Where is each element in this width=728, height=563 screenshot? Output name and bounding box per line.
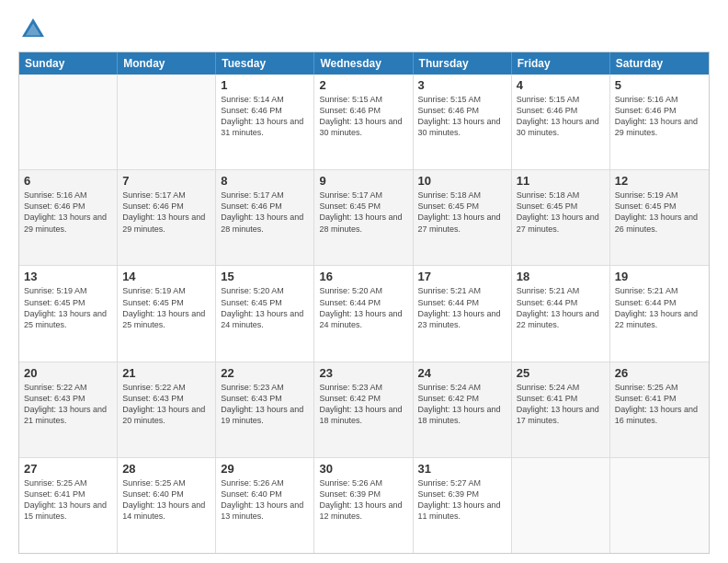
day-info: Sunrise: 5:24 AM Sunset: 6:42 PM Dayligh…	[418, 382, 506, 427]
day-header-sunday: Sunday	[19, 52, 118, 75]
day-info: Sunrise: 5:19 AM Sunset: 6:45 PM Dayligh…	[615, 190, 704, 235]
day-number: 26	[615, 366, 704, 380]
day-number: 27	[24, 462, 112, 476]
day-cell-10: 10Sunrise: 5:18 AM Sunset: 6:45 PM Dayli…	[414, 170, 512, 265]
day-cell-25: 25Sunrise: 5:24 AM Sunset: 6:41 PM Dayli…	[512, 362, 610, 457]
day-info: Sunrise: 5:25 AM Sunset: 6:41 PM Dayligh…	[24, 477, 112, 523]
day-cell-15: 15Sunrise: 5:20 AM Sunset: 6:45 PM Dayli…	[216, 266, 314, 361]
day-info: Sunrise: 5:21 AM Sunset: 6:44 PM Dayligh…	[615, 285, 704, 330]
day-number: 25	[517, 366, 605, 380]
day-number: 9	[319, 174, 407, 188]
day-number: 24	[418, 366, 506, 380]
logo-icon	[18, 15, 48, 44]
week-row-2: 13Sunrise: 5:19 AM Sunset: 6:45 PM Dayli…	[19, 265, 709, 361]
day-header-monday: Monday	[118, 52, 216, 75]
day-cell-18: 18Sunrise: 5:21 AM Sunset: 6:44 PM Dayli…	[512, 266, 610, 361]
empty-cell	[19, 75, 118, 169]
day-info: Sunrise: 5:20 AM Sunset: 6:45 PM Dayligh…	[221, 285, 309, 330]
day-info: Sunrise: 5:17 AM Sunset: 6:46 PM Dayligh…	[221, 190, 309, 235]
day-cell-21: 21Sunrise: 5:22 AM Sunset: 6:43 PM Dayli…	[118, 362, 216, 457]
day-info: Sunrise: 5:20 AM Sunset: 6:44 PM Dayligh…	[319, 285, 407, 330]
day-info: Sunrise: 5:18 AM Sunset: 6:45 PM Dayligh…	[517, 190, 605, 235]
day-number: 20	[24, 366, 112, 380]
day-cell-12: 12Sunrise: 5:19 AM Sunset: 6:45 PM Dayli…	[610, 170, 709, 265]
day-info: Sunrise: 5:16 AM Sunset: 6:46 PM Dayligh…	[24, 190, 112, 235]
day-cell-19: 19Sunrise: 5:21 AM Sunset: 6:44 PM Dayli…	[610, 266, 709, 361]
day-cell-20: 20Sunrise: 5:22 AM Sunset: 6:43 PM Dayli…	[19, 362, 118, 457]
day-cell-24: 24Sunrise: 5:24 AM Sunset: 6:42 PM Dayli…	[414, 362, 512, 457]
day-number: 30	[319, 462, 407, 476]
day-cell-8: 8Sunrise: 5:17 AM Sunset: 6:46 PM Daylig…	[216, 170, 314, 265]
day-info: Sunrise: 5:14 AM Sunset: 6:46 PM Dayligh…	[221, 94, 309, 139]
calendar-body: 1Sunrise: 5:14 AM Sunset: 6:46 PM Daylig…	[19, 75, 709, 553]
day-cell-7: 7Sunrise: 5:17 AM Sunset: 6:46 PM Daylig…	[118, 170, 216, 265]
day-info: Sunrise: 5:24 AM Sunset: 6:41 PM Dayligh…	[517, 382, 605, 427]
day-number: 22	[221, 366, 309, 380]
day-info: Sunrise: 5:21 AM Sunset: 6:44 PM Dayligh…	[418, 285, 506, 330]
day-info: Sunrise: 5:22 AM Sunset: 6:43 PM Dayligh…	[24, 382, 112, 427]
week-row-0: 1Sunrise: 5:14 AM Sunset: 6:46 PM Daylig…	[19, 75, 709, 169]
day-info: Sunrise: 5:18 AM Sunset: 6:45 PM Dayligh…	[418, 190, 506, 235]
day-cell-5: 5Sunrise: 5:16 AM Sunset: 6:46 PM Daylig…	[610, 75, 709, 169]
day-number: 8	[221, 174, 309, 188]
day-info: Sunrise: 5:26 AM Sunset: 6:39 PM Dayligh…	[319, 477, 407, 523]
day-info: Sunrise: 5:15 AM Sunset: 6:46 PM Dayligh…	[319, 94, 407, 139]
day-cell-22: 22Sunrise: 5:23 AM Sunset: 6:43 PM Dayli…	[216, 362, 314, 457]
day-cell-30: 30Sunrise: 5:26 AM Sunset: 6:39 PM Dayli…	[314, 458, 413, 553]
calendar-header: SundayMondayTuesdayWednesdayThursdayFrid…	[19, 52, 709, 75]
day-info: Sunrise: 5:17 AM Sunset: 6:46 PM Dayligh…	[122, 190, 210, 235]
week-row-4: 27Sunrise: 5:25 AM Sunset: 6:41 PM Dayli…	[19, 457, 709, 553]
week-row-3: 20Sunrise: 5:22 AM Sunset: 6:43 PM Dayli…	[19, 362, 709, 457]
day-cell-29: 29Sunrise: 5:26 AM Sunset: 6:40 PM Dayli…	[216, 458, 314, 553]
day-info: Sunrise: 5:19 AM Sunset: 6:45 PM Dayligh…	[24, 285, 112, 330]
day-number: 21	[122, 366, 210, 380]
empty-cell	[610, 458, 709, 553]
header	[18, 15, 710, 44]
day-number: 10	[418, 174, 506, 188]
day-cell-13: 13Sunrise: 5:19 AM Sunset: 6:45 PM Dayli…	[19, 266, 118, 361]
day-header-wednesday: Wednesday	[314, 52, 413, 75]
day-number: 28	[122, 462, 210, 476]
day-number: 17	[418, 270, 506, 283]
day-info: Sunrise: 5:25 AM Sunset: 6:40 PM Dayligh…	[122, 477, 210, 523]
day-cell-2: 2Sunrise: 5:15 AM Sunset: 6:46 PM Daylig…	[314, 75, 413, 169]
day-cell-23: 23Sunrise: 5:23 AM Sunset: 6:42 PM Dayli…	[314, 362, 413, 457]
empty-cell	[118, 75, 216, 169]
day-cell-3: 3Sunrise: 5:15 AM Sunset: 6:46 PM Daylig…	[414, 75, 512, 169]
day-number: 4	[517, 78, 605, 92]
day-cell-4: 4Sunrise: 5:15 AM Sunset: 6:46 PM Daylig…	[512, 75, 610, 169]
day-header-friday: Friday	[512, 52, 610, 75]
day-number: 7	[122, 174, 210, 188]
day-info: Sunrise: 5:15 AM Sunset: 6:46 PM Dayligh…	[418, 94, 506, 139]
day-info: Sunrise: 5:27 AM Sunset: 6:39 PM Dayligh…	[418, 477, 506, 523]
empty-cell	[512, 458, 610, 553]
day-number: 5	[615, 78, 704, 92]
day-number: 1	[221, 78, 309, 92]
day-number: 14	[122, 270, 210, 283]
logo	[18, 15, 51, 44]
day-header-tuesday: Tuesday	[216, 52, 314, 75]
day-info: Sunrise: 5:23 AM Sunset: 6:42 PM Dayligh…	[319, 382, 407, 427]
day-cell-11: 11Sunrise: 5:18 AM Sunset: 6:45 PM Dayli…	[512, 170, 610, 265]
day-cell-26: 26Sunrise: 5:25 AM Sunset: 6:41 PM Dayli…	[610, 362, 709, 457]
day-info: Sunrise: 5:21 AM Sunset: 6:44 PM Dayligh…	[517, 285, 605, 330]
day-number: 11	[517, 174, 605, 188]
day-header-thursday: Thursday	[414, 52, 512, 75]
page: SundayMondayTuesdayWednesdayThursdayFrid…	[0, 0, 728, 563]
day-cell-1: 1Sunrise: 5:14 AM Sunset: 6:46 PM Daylig…	[216, 75, 314, 169]
day-number: 12	[615, 174, 704, 188]
day-number: 31	[418, 462, 506, 476]
day-info: Sunrise: 5:22 AM Sunset: 6:43 PM Dayligh…	[122, 382, 210, 427]
day-cell-9: 9Sunrise: 5:17 AM Sunset: 6:45 PM Daylig…	[314, 170, 413, 265]
day-cell-6: 6Sunrise: 5:16 AM Sunset: 6:46 PM Daylig…	[19, 170, 118, 265]
day-number: 2	[319, 78, 407, 92]
day-header-saturday: Saturday	[610, 52, 709, 75]
day-number: 13	[24, 270, 112, 283]
day-cell-14: 14Sunrise: 5:19 AM Sunset: 6:45 PM Dayli…	[118, 266, 216, 361]
day-number: 15	[221, 270, 309, 283]
day-number: 18	[517, 270, 605, 283]
day-number: 29	[221, 462, 309, 476]
day-cell-16: 16Sunrise: 5:20 AM Sunset: 6:44 PM Dayli…	[314, 266, 413, 361]
day-info: Sunrise: 5:26 AM Sunset: 6:40 PM Dayligh…	[221, 477, 309, 523]
day-number: 23	[319, 366, 407, 380]
